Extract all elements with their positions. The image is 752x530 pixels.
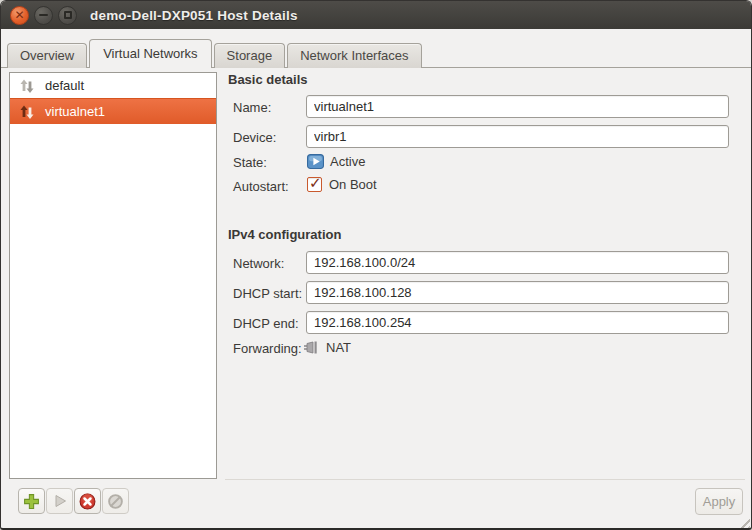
autostart-row: ✓ On Boot xyxy=(307,177,377,192)
state-value-row: Active xyxy=(307,153,365,170)
dhcp-start-input[interactable] xyxy=(306,281,729,304)
plus-icon xyxy=(23,493,40,510)
start-network-button[interactable] xyxy=(46,488,73,514)
device-label: Device: xyxy=(233,130,276,145)
network-arrows-icon xyxy=(19,104,35,120)
forwarding-label: Forwarding: xyxy=(233,341,302,356)
network-name: virtualnet1 xyxy=(45,104,105,119)
maximize-icon xyxy=(64,11,72,19)
network-arrows-icon xyxy=(19,78,35,94)
state-running-icon xyxy=(307,153,324,170)
ipv4-heading: IPv4 configuration xyxy=(228,227,341,242)
nat-plug-icon xyxy=(304,339,320,355)
delete-network-button[interactable] xyxy=(102,488,129,514)
close-button[interactable]: ✕ xyxy=(10,6,29,25)
basic-details-heading: Basic details xyxy=(228,72,308,87)
resize-grip[interactable] xyxy=(737,515,750,528)
tab-bar: Overview Virtual Networks Storage Networ… xyxy=(7,37,424,68)
checkmark-icon: ✓ xyxy=(309,174,322,192)
network-label: Network: xyxy=(233,256,284,271)
stop-network-button[interactable] xyxy=(74,488,101,514)
tab-virtual-networks[interactable]: Virtual Networks xyxy=(89,39,211,68)
stop-x-icon xyxy=(79,493,96,510)
window-title: demo-Dell-DXP051 Host Details xyxy=(90,8,298,23)
list-item-default[interactable]: default xyxy=(10,73,216,98)
tab-storage[interactable]: Storage xyxy=(214,43,286,68)
tab-overview[interactable]: Overview xyxy=(7,43,87,68)
dhcp-end-label: DHCP end: xyxy=(233,316,299,331)
forwarding-value: NAT xyxy=(326,340,351,355)
state-value: Active xyxy=(330,154,365,169)
autostart-checkbox[interactable]: ✓ xyxy=(307,177,322,192)
network-list: default virtualnet1 xyxy=(9,72,217,479)
bottom-separator xyxy=(225,479,745,480)
state-label: State: xyxy=(233,155,267,170)
list-item-virtualnet1[interactable]: virtualnet1 xyxy=(10,98,216,124)
maximize-button[interactable] xyxy=(58,6,77,25)
device-input[interactable] xyxy=(306,125,729,148)
host-details-window: ✕ demo-Dell-DXP051 Host Details Overview… xyxy=(0,0,752,530)
titlebar[interactable]: ✕ demo-Dell-DXP051 Host Details xyxy=(1,1,751,29)
dhcp-end-input[interactable] xyxy=(306,311,729,334)
name-label: Name: xyxy=(233,100,271,115)
apply-button[interactable]: Apply xyxy=(695,488,743,515)
dhcp-start-label: DHCP start: xyxy=(233,286,302,301)
minimize-icon xyxy=(39,14,48,16)
network-toolbar xyxy=(18,488,129,514)
autostart-value: On Boot xyxy=(329,177,377,192)
autostart-label: Autostart: xyxy=(233,179,289,194)
tab-network-interfaces[interactable]: Network Interfaces xyxy=(287,43,421,68)
ban-icon xyxy=(107,493,124,510)
network-name: default xyxy=(45,78,84,93)
name-input[interactable] xyxy=(306,95,729,118)
minimize-button[interactable] xyxy=(34,6,53,25)
network-input[interactable] xyxy=(306,251,729,274)
play-icon xyxy=(52,493,68,509)
forwarding-row: NAT xyxy=(304,339,351,355)
add-network-button[interactable] xyxy=(18,488,45,514)
